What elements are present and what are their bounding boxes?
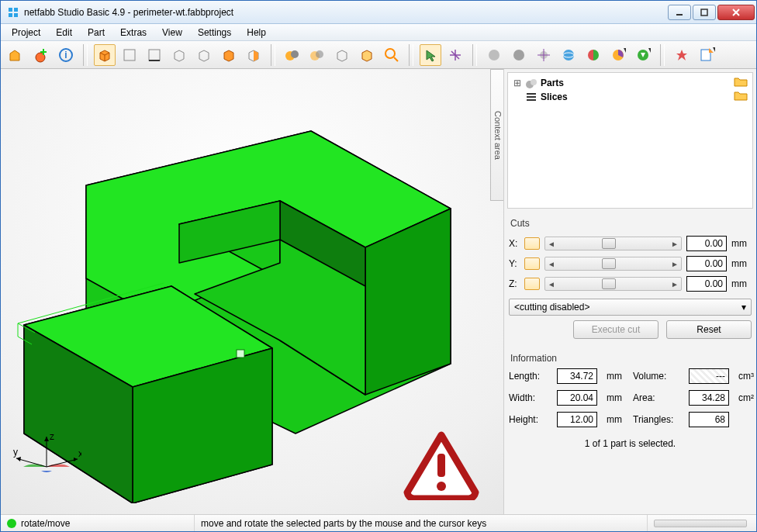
view-front-icon[interactable] <box>168 44 190 66</box>
cut-z-slider[interactable]: ◄► <box>544 277 682 291</box>
height-value: 12.00 <box>557 412 597 427</box>
quality-icon[interactable]: ▾ <box>632 44 654 66</box>
svg-text:x: x <box>78 448 81 459</box>
render-wire-icon[interactable] <box>331 44 353 66</box>
view-top-icon[interactable] <box>119 44 140 66</box>
volume-label: Volume: <box>633 371 684 382</box>
warning-icon[interactable] <box>403 430 480 500</box>
area-value: 34.28 <box>689 390 729 406</box>
globe-icon[interactable] <box>558 44 579 66</box>
render-transparent-icon[interactable] <box>306 44 328 66</box>
cut-y-label: Y: <box>509 258 520 269</box>
area-label: Area: <box>633 392 684 403</box>
menu-help[interactable]: Help <box>240 26 272 40</box>
toolbar-separator <box>472 44 477 66</box>
svg-rect-3 <box>14 13 18 17</box>
cut-mode-combo[interactable]: <cutting disabled> ▾ <box>509 299 752 316</box>
window-title: netfabb Studio Basic 4.9 - perimeter-wt.… <box>24 7 668 18</box>
cuts-header: Cuts <box>510 218 752 229</box>
tree-slices-row[interactable]: Slices <box>513 90 748 104</box>
cut-x-slider[interactable]: ◄► <box>544 237 682 250</box>
expand-icon[interactable]: ⊞ <box>513 78 522 88</box>
project-tree[interactable]: ⊞ Parts Slices <box>507 72 753 209</box>
status-hint: move and rotate the selected parts by th… <box>201 518 486 529</box>
volume-value: --- <box>689 368 729 384</box>
toolbar-separator <box>660 44 665 66</box>
cut-y-value[interactable]: 0.00 <box>686 256 727 271</box>
add-part-icon[interactable] <box>30 44 52 66</box>
execute-cut-button[interactable]: Execute cut <box>573 320 658 339</box>
triangles-value: 68 <box>689 412 729 427</box>
minimize-button[interactable] <box>668 5 691 20</box>
width-unit: mm <box>607 392 628 403</box>
maximize-button[interactable] <box>693 5 716 20</box>
cut-z-row: Z: ◄► 0.00 mm <box>509 274 752 294</box>
right-panel: ⊞ Parts Slices Cuts X: ◄► <box>503 69 756 514</box>
pie-icon[interactable]: ▾ <box>607 44 629 66</box>
status-handle-cell <box>648 515 756 531</box>
svg-text:i: i <box>64 50 67 60</box>
cuts-section: Cuts X: ◄► 0.00 mm Y: ◄► 0.00 mm Z: <box>509 213 752 339</box>
view-left-icon[interactable] <box>218 44 240 66</box>
view-iso-icon[interactable] <box>94 44 116 66</box>
cut-y-toggle[interactable] <box>524 257 540 270</box>
zoom-icon[interactable] <box>381 44 403 66</box>
axes-sphere-icon[interactable] <box>533 44 555 66</box>
main-area: Context area x y z <box>1 69 756 514</box>
view-back-icon[interactable] <box>193 44 215 66</box>
repair-icon[interactable] <box>671 44 693 66</box>
window-buttons <box>668 5 755 20</box>
cut-y-slider[interactable]: ◄► <box>544 257 682 271</box>
height-label: Height: <box>509 414 552 425</box>
menu-edit[interactable]: Edit <box>50 26 78 40</box>
render-solid-icon[interactable] <box>282 44 303 66</box>
green-red-sphere-icon[interactable] <box>582 44 604 66</box>
menu-view[interactable]: View <box>156 26 188 40</box>
status-bar: rotate/move move and rotate the selected… <box>1 514 756 531</box>
svg-point-29 <box>513 50 524 60</box>
svg-point-28 <box>489 50 499 60</box>
cut-x-label: X: <box>509 238 520 249</box>
app-icon <box>7 6 19 19</box>
folder-icon[interactable] <box>734 90 748 101</box>
menu-bar: Project Edit Part Extras View Settings H… <box>1 24 756 41</box>
svg-text:z: z <box>50 432 54 442</box>
svg-line-24 <box>394 57 398 61</box>
export-icon[interactable]: ▾ <box>696 44 717 66</box>
status-hint-cell: move and rotate the selected parts by th… <box>195 515 648 531</box>
menu-extras[interactable]: Extras <box>114 26 153 40</box>
menu-part[interactable]: Part <box>81 26 111 40</box>
folder-icon[interactable] <box>734 76 748 87</box>
cut-z-toggle[interactable] <box>524 278 540 290</box>
reset-cut-button[interactable]: Reset <box>666 320 752 339</box>
context-area-tab[interactable]: Context area <box>490 69 503 201</box>
info-header: Information <box>510 353 752 364</box>
3d-viewport[interactable]: Context area x y z <box>1 69 503 514</box>
menu-settings[interactable]: Settings <box>192 26 237 40</box>
app-window: netfabb Studio Basic 4.9 - perimeter-wt.… <box>0 0 757 532</box>
info-icon[interactable]: i <box>55 44 77 66</box>
tree-parts-row[interactable]: ⊞ Parts <box>513 76 748 90</box>
select-tool-icon[interactable] <box>420 44 441 66</box>
cut-z-label: Z: <box>509 278 520 289</box>
svg-point-20 <box>291 50 299 58</box>
selection-status: 1 of 1 part is selected. <box>509 438 752 449</box>
svg-point-62 <box>437 482 446 491</box>
tree-parts-label: Parts <box>541 78 564 88</box>
svg-point-33 <box>563 50 574 60</box>
menu-project[interactable]: Project <box>5 26 47 40</box>
cut-x-value[interactable]: 0.00 <box>686 236 727 251</box>
sphere-gray-icon[interactable] <box>483 44 505 66</box>
close-button[interactable] <box>717 5 755 20</box>
svg-text:▾: ▾ <box>713 47 715 54</box>
sphere-gray2-icon[interactable] <box>508 44 530 66</box>
cut-z-value[interactable]: 0.00 <box>686 276 727 292</box>
svg-rect-2 <box>9 13 12 17</box>
cut-x-toggle[interactable] <box>524 237 540 250</box>
move-tool-icon[interactable] <box>444 44 466 66</box>
open-project-icon[interactable] <box>5 44 27 66</box>
render-wire2-icon[interactable] <box>356 44 378 66</box>
view-bottom-icon[interactable] <box>143 44 165 66</box>
status-slider[interactable] <box>654 520 747 527</box>
view-right-icon[interactable] <box>243 44 264 66</box>
